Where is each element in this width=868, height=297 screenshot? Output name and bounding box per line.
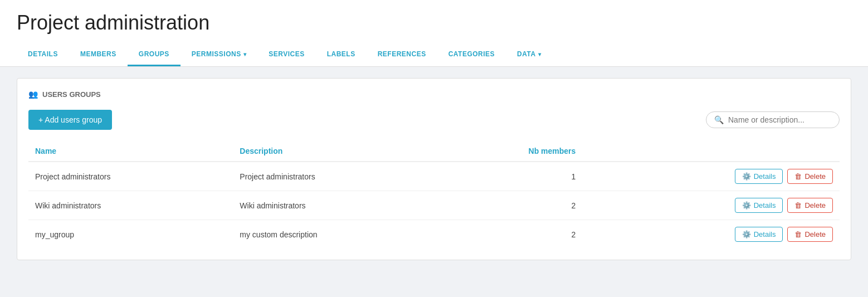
- add-users-group-button[interactable]: + Add users group: [28, 110, 112, 130]
- table-header: Name Description Nb members: [28, 141, 840, 162]
- tab-categories[interactable]: CATEGORIES: [437, 43, 506, 66]
- tab-groups[interactable]: GROUPS: [128, 43, 181, 66]
- details-button[interactable]: ⚙️ Details: [735, 227, 783, 242]
- col-description: Description: [233, 141, 442, 162]
- tab-data[interactable]: DATA ▾: [506, 43, 552, 66]
- delete-button[interactable]: 🗑 Delete: [787, 198, 833, 213]
- table-row: Project administratorsProject administra…: [28, 162, 840, 191]
- delete-button[interactable]: 🗑 Delete: [787, 169, 833, 184]
- trash-icon: 🗑: [794, 230, 802, 238]
- row-actions-cell: ⚙️ Details🗑 Delete: [582, 162, 840, 191]
- trash-icon: 🗑: [794, 201, 802, 210]
- row-nb-members: 2: [443, 191, 583, 220]
- details-button[interactable]: ⚙️ Details: [735, 169, 783, 184]
- col-nb-members: Nb members: [443, 141, 583, 162]
- tab-permissions[interactable]: PERMISSIONS ▾: [181, 43, 257, 66]
- page-header: Project administration DETAILSMEMBERSGRO…: [0, 0, 868, 67]
- row-actions: ⚙️ Details🗑 Delete: [589, 227, 833, 242]
- search-input[interactable]: [728, 115, 831, 124]
- row-actions: ⚙️ Details🗑 Delete: [589, 198, 833, 213]
- details-icon: ⚙️: [742, 201, 751, 210]
- row-nb-members: 2: [443, 220, 583, 249]
- search-icon: 🔍: [714, 115, 724, 124]
- details-icon: ⚙️: [742, 172, 751, 181]
- col-name: Name: [28, 141, 233, 162]
- delete-button[interactable]: 🗑 Delete: [787, 227, 833, 242]
- details-button[interactable]: ⚙️ Details: [735, 198, 783, 213]
- tab-members[interactable]: MEMBERS: [69, 43, 128, 66]
- tab-labels[interactable]: LABELS: [316, 43, 367, 66]
- permissions-dropdown-icon: ▾: [243, 51, 247, 57]
- row-description: my custom description: [233, 220, 442, 249]
- section-title-text: USERS GROUPS: [42, 90, 101, 99]
- trash-icon: 🗑: [794, 172, 802, 181]
- row-description: Project administrators: [233, 162, 442, 191]
- table-body: Project administratorsProject administra…: [28, 162, 840, 249]
- details-icon: ⚙️: [742, 230, 751, 238]
- users-groups-table: Name Description Nb members Project admi…: [28, 141, 840, 249]
- table-row: my_ugroupmy custom description2⚙️ Detail…: [28, 220, 840, 249]
- row-name: Project administrators: [28, 162, 233, 191]
- table-row: Wiki administratorsWiki administrators2⚙…: [28, 191, 840, 220]
- search-box: 🔍: [706, 111, 840, 128]
- tab-services[interactable]: SERVICES: [257, 43, 315, 66]
- nav-tabs: DETAILSMEMBERSGROUPSPERMISSIONS ▾SERVICE…: [17, 43, 851, 66]
- row-name: my_ugroup: [28, 220, 233, 249]
- row-actions: ⚙️ Details🗑 Delete: [589, 169, 833, 184]
- col-actions: [582, 141, 840, 162]
- row-name: Wiki administrators: [28, 191, 233, 220]
- row-description: Wiki administrators: [233, 191, 442, 220]
- tab-references[interactable]: REFERENCES: [367, 43, 437, 66]
- main-content: 👥 USERS GROUPS + Add users group 🔍 Name …: [0, 67, 868, 271]
- row-nb-members: 1: [443, 162, 583, 191]
- tab-details[interactable]: DETAILS: [17, 43, 69, 66]
- section-title: 👥 USERS GROUPS: [28, 90, 840, 99]
- data-dropdown-icon: ▾: [538, 51, 542, 57]
- page-title: Project administration: [17, 11, 851, 43]
- toolbar: + Add users group 🔍: [28, 110, 840, 130]
- row-actions-cell: ⚙️ Details🗑 Delete: [582, 220, 840, 249]
- users-group-icon: 👥: [28, 90, 38, 99]
- row-actions-cell: ⚙️ Details🗑 Delete: [582, 191, 840, 220]
- users-groups-card: 👥 USERS GROUPS + Add users group 🔍 Name …: [17, 78, 851, 260]
